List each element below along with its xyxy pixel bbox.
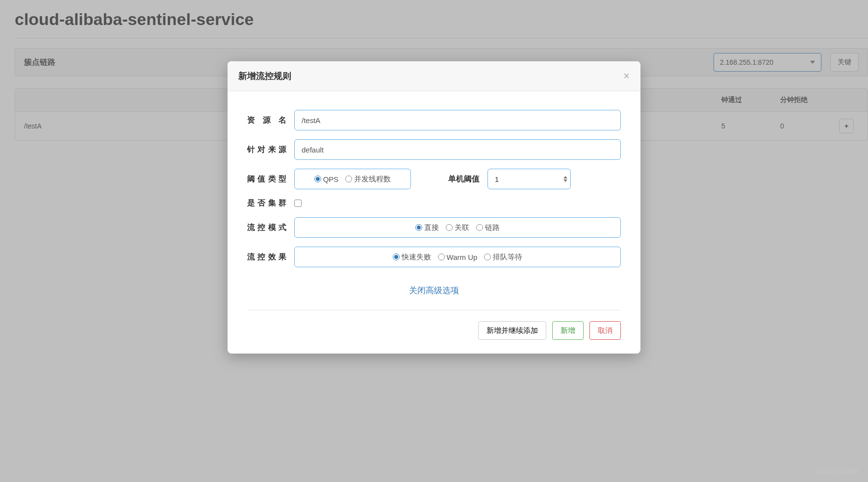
modal-title: 新增流控规则: [238, 70, 623, 82]
row-source: 针对来源: [247, 139, 621, 141]
modal-header: 新增流控规则 ×: [228, 61, 640, 91]
resource-input[interactable]: [294, 110, 621, 130]
close-icon[interactable]: ×: [623, 71, 630, 81]
row-resource: 资源名: [247, 110, 621, 130]
source-input[interactable]: [294, 139, 621, 141]
label-resource: 资源名: [247, 115, 286, 126]
modal-body: 资源名 针对来源 阈值类型 QPS并发线程数 单机阈值 1 是否集群: [228, 91, 640, 141]
flow-rule-modal: 新增流控规则 × 资源名 针对来源 阈值类型 QPS并发线程数 单机阈值 1: [228, 61, 640, 141]
